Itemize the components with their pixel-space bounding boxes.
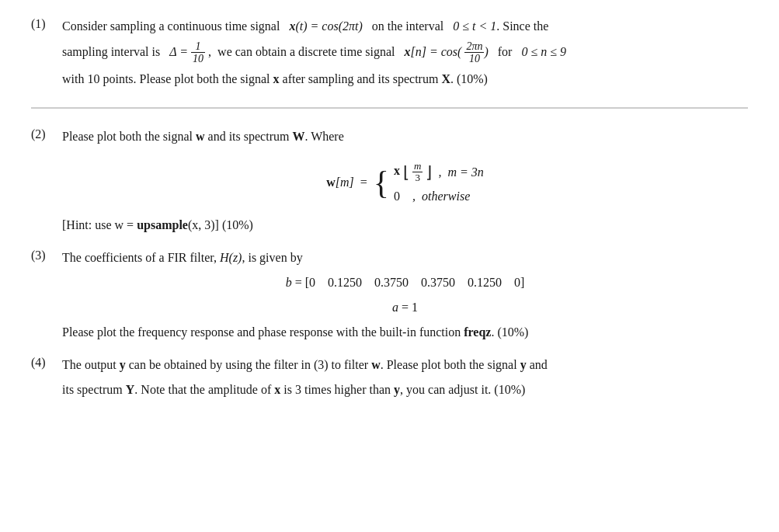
section-4-number: (4)	[31, 354, 62, 370]
section-2-row: (2) Please plot both the signal w and it…	[31, 126, 748, 240]
floor-right-icon: ⌋	[426, 163, 432, 181]
section-2-content: Please plot both the signal w and its sp…	[62, 126, 748, 240]
eq-lhs: w[m]	[326, 172, 354, 193]
section-3-number: (3)	[31, 247, 62, 263]
section-3-row: (3) The coefficients of a FIR filter, H(…	[31, 247, 748, 346]
section-1: (1) Consider sampling a continuous time …	[31, 16, 748, 93]
text-y-bold: y	[120, 358, 126, 371]
text-x-bold: x	[273, 72, 280, 85]
text-W-bold: W	[292, 130, 304, 143]
page: (1) Consider sampling a continuous time …	[0, 0, 779, 427]
section-2-hint: [Hint: use w = upsample(x, 3)] (10%)	[62, 214, 748, 236]
divider	[31, 107, 748, 109]
text-w-bold-2: w	[371, 358, 381, 371]
section-2: (2) Please plot both the signal w and it…	[31, 126, 748, 240]
section-3: (3) The coefficients of a FIR filter, H(…	[31, 247, 748, 346]
big-brace-icon: {	[374, 166, 389, 199]
section-3-content: The coefficients of a FIR filter, H(z), …	[62, 247, 748, 346]
section-4: (4) The output y can be obtained by usin…	[31, 354, 748, 404]
frac-2pin-10: 2πn 10	[464, 40, 484, 65]
text-y-bold-2: y	[520, 358, 527, 371]
section-4-row: (4) The output y can be obtained by usin…	[31, 354, 748, 404]
frac-m3: m 3	[412, 161, 423, 184]
case2-expr: 0	[394, 186, 400, 207]
cases-block: x ⌊ m 3 ⌋ , m = 3n 0	[394, 158, 484, 207]
case-row-2: 0 , otherwise	[394, 186, 484, 207]
case-row-1: x ⌊ m 3 ⌋ , m = 3n	[394, 158, 484, 186]
eq-equals: =	[360, 172, 367, 193]
case2-condition: , otherwise	[406, 186, 470, 207]
text-freqz: freqz	[464, 325, 491, 339]
math-Hz: H(z)	[220, 251, 242, 264]
math-delta: Δ = 1 10	[169, 45, 208, 58]
section-1-line2: sampling interval is Δ = 1 10 , we can o…	[62, 40, 748, 65]
case1-condition: , m = 3n	[438, 162, 483, 183]
section-4-line2: its spectrum Y. Note that the amplitude …	[62, 379, 748, 401]
case1-expr: x ⌊ m 3 ⌋	[394, 158, 432, 186]
piecewise-equation: w[m] = { x ⌊ m 3 ⌋	[62, 158, 748, 207]
section-3-line1: The coefficients of a FIR filter, H(z), …	[62, 247, 748, 269]
text-Y-bold: Y	[126, 383, 135, 396]
section-3-line4: Please plot the frequency response and p…	[62, 322, 748, 343]
math-interval: 0 ≤ t < 1	[453, 19, 496, 33]
math-range-n: 0 ≤ n ≤ 9	[521, 45, 566, 58]
math-xn: x[n] = cos( 2πn 10 )	[404, 45, 491, 58]
section-1-line3: with 10 points. Please plot both the sig…	[62, 68, 748, 90]
section-4-line1: The output y can be obtained by using th…	[62, 354, 748, 376]
section-2-number: (2)	[31, 126, 62, 141]
section-1-row: (1) Consider sampling a continuous time …	[31, 16, 748, 93]
section-3-b-coeff: b = [0 0.1250 0.3750 0.3750 0.1250 0]	[62, 272, 748, 294]
section-1-line1: Consider sampling a continuous time sign…	[62, 16, 748, 37]
section-1-number: (1)	[31, 16, 62, 31]
text-X-bold: X	[441, 72, 450, 85]
section-3-a-coeff: a = 1	[62, 297, 748, 318]
floor-left-icon: ⌊	[403, 163, 409, 181]
section-2-line1: Please plot both the signal w and its sp…	[62, 126, 748, 148]
section-1-content: Consider sampling a continuous time sign…	[62, 16, 748, 93]
text-x-bold-2: x	[274, 383, 280, 396]
frac-1-10: 1 10	[191, 40, 205, 65]
section-4-content: The output y can be obtained by using th…	[62, 354, 748, 404]
text-upsample: upsample	[137, 218, 188, 231]
text-w-bold: w	[196, 130, 205, 143]
text-y-bold-3: y	[394, 383, 400, 396]
math-xt: x(t) = cos(2πt)	[289, 19, 362, 33]
